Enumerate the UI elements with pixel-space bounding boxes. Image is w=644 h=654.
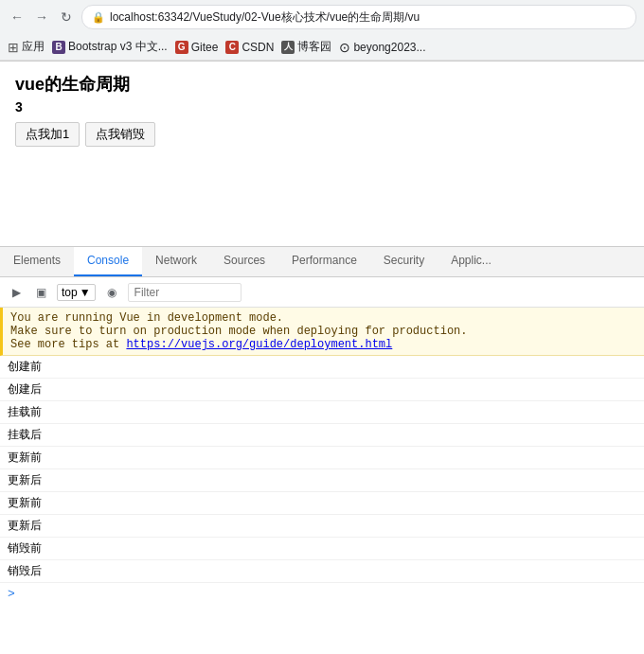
bootstrap-icon: B [52,41,65,54]
back-button[interactable]: ← [8,8,27,27]
list-item: 更新前 [0,447,644,469]
list-item: 更新后 [0,469,644,492]
list-item: 挂载后 [0,424,644,447]
address-bar[interactable]: 🔒 localhost:63342/VueStudy/02-Vue核心技术/vu… [81,5,636,29]
tab-application[interactable]: Applic... [438,247,505,276]
bookmarks-bar: ⊞ 应用 B Bootstrap v3 中文... G Gitee C CSDN… [0,34,644,61]
tab-performance[interactable]: Performance [278,247,370,276]
apps-label: 应用 [22,39,45,55]
deployment-link[interactable]: https://vuejs.org/guide/deployment.html [126,338,392,351]
page-content: vue的生命周期 3 点我加1 点我销毁 [0,62,644,246]
counter-display: 3 [15,99,629,115]
warning-line-3: See more tips at https://vuejs.org/guide… [10,338,636,351]
devtools-tab-bar: Elements Console Network Sources Perform… [0,247,644,277]
reload-button[interactable]: ↻ [57,8,76,27]
list-item: 挂载前 [0,401,644,424]
top-label: top [62,286,78,299]
list-item: 更新前 [0,492,644,515]
gitee-icon: G [175,41,188,54]
warning-line-2: Make sure to turn on production mode whe… [10,325,636,338]
devtools-panel: Elements Console Network Sources Perform… [0,246,644,654]
context-selector[interactable]: top ▼ [57,284,96,301]
destroy-button[interactable]: 点我销毁 [85,122,155,147]
bookmark-csdn[interactable]: C CSDN [225,41,274,54]
bookmark-gitee[interactable]: G Gitee [175,41,219,54]
bookmark-beyong[interactable]: ⊙ beyong2023... [339,40,425,55]
csdn-icon: C [225,41,239,54]
bookmark-apps[interactable]: ⊞ 应用 [8,39,45,55]
bokeyuan-icon: 人 [281,41,295,54]
list-item: 更新后 [0,515,644,538]
browser-chrome: ← → ↻ 🔒 localhost:63342/VueStudy/02-Vue核… [0,0,644,62]
beyong-icon: ⊙ [339,40,350,55]
devtools-toolbar: ▶ ▣ top ▼ ◉ [0,277,644,308]
beyong-label: beyong2023... [353,41,425,54]
cursor-icon[interactable]: ▶ [8,284,25,301]
button-group: 点我加1 点我销毁 [15,122,629,147]
list-item: 创建前 [0,356,644,379]
tab-console[interactable]: Console [74,247,142,276]
bokeyuan-label: 博客园 [297,39,331,55]
tab-security[interactable]: Security [370,247,438,276]
filter-input[interactable] [128,283,242,302]
url-text: localhost:63342/VueStudy/02-Vue核心技术/vue的… [110,9,420,26]
nav-bar: ← → ↻ 🔒 localhost:63342/VueStudy/02-Vue核… [0,0,644,34]
device-icon[interactable]: ▣ [32,284,49,301]
lock-icon: 🔒 [92,11,105,24]
eye-icon[interactable]: ◉ [103,284,120,301]
console-output: You are running Vue in development mode.… [0,308,644,654]
bootstrap-label: Bootstrap v3 中文... [68,39,168,55]
tab-network[interactable]: Network [142,247,210,276]
prompt-icon: > [8,587,15,601]
forward-button[interactable]: → [32,8,51,27]
bookmark-bokeyuan[interactable]: 人 博客园 [281,39,331,55]
tab-elements[interactable]: Elements [0,247,74,276]
add-button[interactable]: 点我加1 [15,122,80,147]
console-prompt[interactable]: > [0,583,644,605]
chevron-down-icon: ▼ [80,286,91,299]
csdn-label: CSDN [242,41,274,54]
list-item: 销毁前 [0,538,644,560]
list-item: 创建后 [0,379,644,401]
console-warning: You are running Vue in development mode.… [0,308,644,356]
warning-line-1: You are running Vue in development mode. [10,311,636,325]
gitee-label: Gitee [191,41,219,54]
bookmark-bootstrap[interactable]: B Bootstrap v3 中文... [52,39,168,55]
list-item: 销毁后 [0,560,644,583]
apps-icon: ⊞ [8,40,19,55]
page-title: vue的生命周期 [15,73,629,96]
tab-sources[interactable]: Sources [210,247,278,276]
